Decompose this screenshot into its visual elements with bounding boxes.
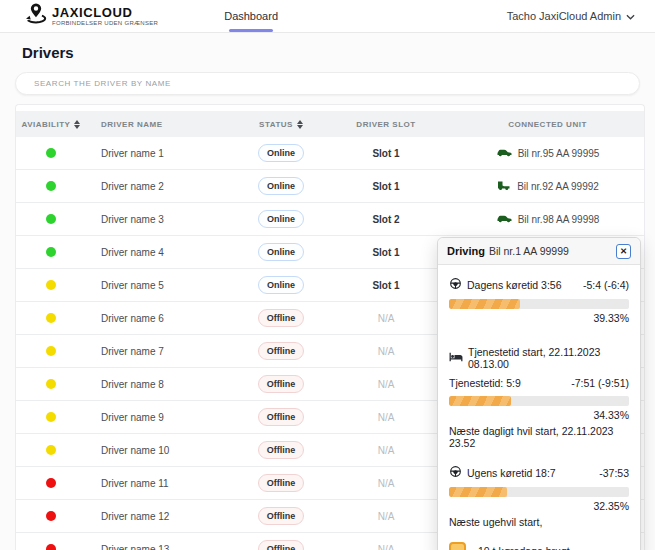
status-cell: Offline	[241, 441, 321, 459]
driver-slot: N/A	[321, 346, 451, 357]
driver-name: Driver name 6	[86, 313, 241, 324]
driver-name: Driver name 11	[86, 478, 241, 489]
availability-dot	[46, 346, 56, 356]
status-badge: Offline	[258, 441, 305, 459]
search-bar	[15, 72, 640, 95]
table-row[interactable]: Driver name 3 Online Slot 2	[16, 203, 644, 236]
brand-name: JAXICLOUD	[52, 6, 158, 19]
status-cell: Offline	[241, 342, 321, 360]
column-header-driver-slot-label: DRIVER SLOT	[356, 120, 415, 129]
availability-dot	[46, 379, 56, 389]
driver-name: Driver name 4	[86, 247, 241, 258]
driver-slot: N/A	[321, 544, 451, 550]
nav-tab-dashboard-label: Dashboard	[224, 10, 278, 22]
daily-driving-section: Dagens køretid 3:56 -5:4 (-6:4) 39.33%	[449, 277, 629, 324]
unit-label: Bil nr.98 AA 99998	[518, 214, 600, 225]
steering-wheel-icon	[449, 465, 462, 480]
duty-time-section: Tjenestetid start, 22.11.2023 08.13.00 T…	[449, 346, 629, 449]
status-badge: Offline	[258, 540, 305, 550]
status-cell: Offline	[241, 540, 321, 550]
account-menu[interactable]: Tacho JaxiCloud Admin	[507, 10, 635, 22]
status-cell: Offline	[241, 309, 321, 327]
status-cell: Online	[241, 177, 321, 195]
status-badge: Online	[258, 276, 304, 294]
table-header-row: AVIABILITY DRIVER NAME STATUS DRIVER SLO…	[16, 111, 644, 137]
status-badge: Online	[258, 177, 304, 195]
car-icon	[496, 148, 512, 159]
duty-start-label: Tjenestetid start, 22.11.2023 08.13.00	[468, 346, 629, 370]
close-button[interactable]: ✕	[616, 244, 631, 259]
availability-cell	[16, 280, 86, 290]
column-header-connected-unit: CONNECTED UNIT	[451, 120, 644, 129]
availability-cell	[16, 214, 86, 224]
driver-slot: N/A	[321, 478, 451, 489]
status-cell: Online	[241, 243, 321, 261]
availability-dot	[46, 247, 56, 257]
column-header-status[interactable]: STATUS	[241, 120, 321, 129]
duty-time-progressbar	[449, 396, 629, 406]
column-header-connected-unit-label: CONNECTED UNIT	[508, 120, 587, 129]
availability-dot	[46, 412, 56, 422]
page-title: Drivers	[22, 44, 74, 61]
daily-driving-remaining: -5:4 (-6:4)	[583, 279, 629, 291]
availability-cell	[16, 148, 86, 158]
active-tab-underline	[229, 29, 273, 32]
driver-name: Driver name 13	[86, 544, 241, 550]
bed-icon	[449, 352, 463, 364]
status-badge: Offline	[258, 474, 305, 492]
driver-name: Driver name 3	[86, 214, 241, 225]
availability-cell	[16, 412, 86, 422]
daily-driving-progressbar	[449, 299, 629, 309]
search-input[interactable]	[15, 72, 640, 95]
popup-title: Driving	[447, 245, 485, 257]
driver-name: Driver name 9	[86, 412, 241, 423]
connected-unit: Bil nr.98 AA 99998	[451, 214, 644, 225]
status-badge: Online	[258, 144, 304, 162]
column-header-aviability[interactable]: AVIABILITY	[16, 120, 86, 129]
top-navigation-bar: JAXICLOUD FORBINDELSER UDEN GRÆNSER Dash…	[0, 0, 655, 33]
driver-name: Driver name 12	[86, 511, 241, 522]
nav-tab-dashboard[interactable]: Dashboard	[218, 0, 284, 33]
availability-dot	[46, 214, 56, 224]
map-pin-swoosh-icon	[24, 2, 48, 30]
driving-days-used-row: 10 t køredage brugt	[449, 542, 629, 550]
daily-driving-percent: 39.33%	[449, 312, 629, 324]
availability-dot	[46, 478, 56, 488]
driver-slot: N/A	[321, 511, 451, 522]
table-row[interactable]: Driver name 1 Online Slot 1	[16, 137, 644, 170]
daily-driving-label: Dagens køretid 3:56	[467, 279, 562, 291]
driver-slot: Slot 1	[321, 247, 451, 258]
driver-name: Driver name 7	[86, 346, 241, 357]
chevron-down-icon	[626, 10, 635, 22]
table-row[interactable]: Driver name 2 Online Slot 1	[16, 170, 644, 203]
car-icon	[496, 214, 512, 225]
status-badge: Online	[258, 210, 304, 228]
weekly-driving-progressbar	[449, 487, 629, 497]
driver-slot: Slot 1	[321, 181, 451, 192]
driver-slot: N/A	[321, 379, 451, 390]
popup-unit-label: Bil nr.1 AA 99999	[489, 245, 569, 257]
sort-icon	[297, 120, 303, 129]
app-screen: JAXICLOUD FORBINDELSER UDEN GRÆNSER Dash…	[0, 0, 655, 550]
status-badge: Offline	[258, 375, 305, 393]
status-badge: Offline	[258, 507, 305, 525]
brand-logo[interactable]: JAXICLOUD FORBINDELSER UDEN GRÆNSER	[24, 2, 158, 30]
driver-name: Driver name 8	[86, 379, 241, 390]
driver-name: Driver name 2	[86, 181, 241, 192]
driver-slot: Slot 1	[321, 148, 451, 159]
connected-unit: Bil nr.92 AA 99992	[451, 180, 644, 193]
brand-tagline: FORBINDELSER UDEN GRÆNSER	[52, 20, 158, 26]
availability-dot	[46, 313, 56, 323]
duty-time-remaining: -7:51 (-9:51)	[571, 377, 629, 389]
availability-cell	[16, 379, 86, 389]
column-header-driver-name: DRIVER NAME	[86, 120, 241, 129]
driver-name: Driver name 5	[86, 280, 241, 291]
weekly-driving-section: Ugens køretid 18:7 -37:53 32.35% Næste u…	[449, 465, 629, 550]
popup-header: Driving Bil nr.1 AA 99999 ✕	[438, 238, 640, 265]
availability-dot	[46, 280, 56, 290]
driver-name: Driver name 1	[86, 148, 241, 159]
account-label: Tacho JaxiCloud Admin	[507, 10, 621, 22]
status-badge: Online	[258, 243, 304, 261]
driver-slot: N/A	[321, 445, 451, 456]
driving-days-used-label: 10 t køredage brugt	[478, 545, 570, 550]
